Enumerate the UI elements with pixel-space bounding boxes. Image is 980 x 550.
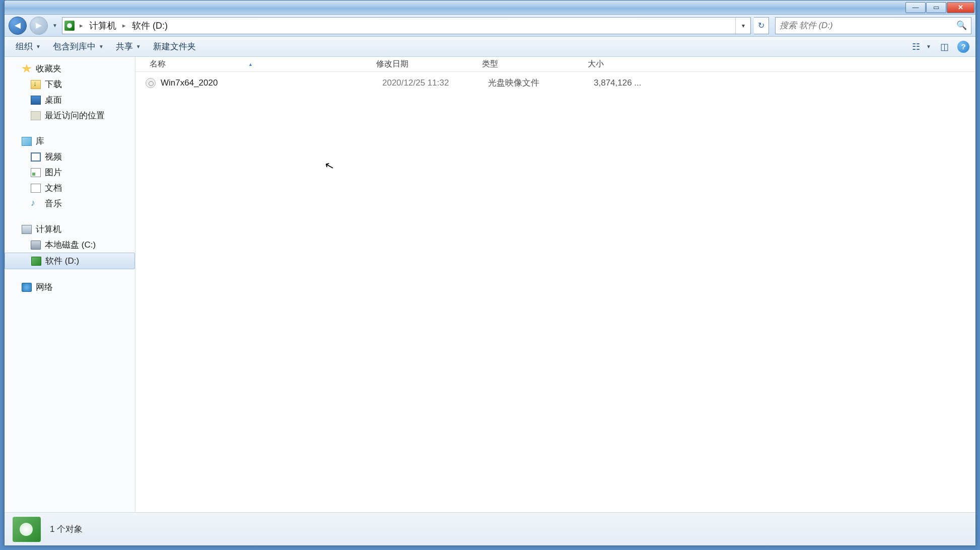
- navigation-sidebar: 收藏夹 下载 桌面 最近访问的位置 库 视频 图片 文档 ♪音乐 计算机 本地磁…: [5, 57, 135, 512]
- minimize-button[interactable]: —: [905, 2, 926, 13]
- sidebar-label: 收藏夹: [36, 63, 61, 74]
- sidebar-downloads[interactable]: 下载: [5, 76, 135, 92]
- disk-icon: [31, 241, 41, 250]
- sidebar-favorites[interactable]: 收藏夹: [5, 61, 135, 76]
- sidebar-network[interactable]: 网络: [5, 279, 135, 295]
- crumb-separator-icon[interactable]: ▸: [77, 22, 86, 29]
- column-header-date[interactable]: 修改日期: [372, 57, 478, 71]
- breadcrumb-drive[interactable]: 软件 (D:): [129, 18, 171, 34]
- chevron-down-icon: ▼: [36, 44, 41, 49]
- sidebar-pictures[interactable]: 图片: [5, 165, 135, 180]
- sidebar-label: 文档: [45, 182, 62, 194]
- sidebar-documents[interactable]: 文档: [5, 180, 135, 196]
- search-icon[interactable]: 🔍: [956, 20, 967, 31]
- star-icon: [22, 64, 32, 73]
- history-dropdown[interactable]: ▼: [51, 19, 59, 33]
- sidebar-computer[interactable]: 计算机: [5, 221, 135, 237]
- sidebar-music[interactable]: ♪音乐: [5, 196, 135, 211]
- navigation-bar: ◄ ► ▼ ▸ 计算机 ▸ 软件 (D:) ▾ ↻ 🔍: [5, 15, 975, 37]
- share-button[interactable]: 共享▼: [111, 38, 146, 55]
- content-pane: 名称▲ 修改日期 类型 大小 Win7x64_2020 2020/12/25 1…: [135, 57, 975, 512]
- preview-pane-button[interactable]: ◫: [936, 40, 952, 54]
- forward-button[interactable]: ►: [30, 17, 48, 35]
- sidebar-label: 图片: [45, 167, 62, 178]
- sidebar-desktop[interactable]: 桌面: [5, 92, 135, 108]
- crumb-separator-icon[interactable]: ▸: [119, 22, 129, 29]
- sidebar-label: 软件 (D:): [45, 255, 79, 267]
- sidebar-label: 计算机: [36, 223, 61, 235]
- sidebar-label: 音乐: [45, 198, 62, 209]
- file-size: 3,874,126 ...: [594, 78, 664, 88]
- sidebar-label: 网络: [36, 281, 53, 293]
- organize-button[interactable]: 组织▼: [11, 38, 46, 55]
- sidebar-libraries[interactable]: 库: [5, 133, 135, 149]
- help-button[interactable]: ?: [957, 41, 969, 53]
- include-in-library-button[interactable]: 包含到库中▼: [48, 38, 109, 55]
- sidebar-label: 库: [36, 135, 44, 147]
- download-icon: [31, 80, 41, 89]
- file-name: Win7x64_2020: [161, 78, 382, 88]
- view-mode-button[interactable]: ☷: [908, 40, 924, 54]
- address-bar[interactable]: ▸ 计算机 ▸ 软件 (D:) ▾: [62, 17, 751, 34]
- new-folder-button[interactable]: 新建文件夹: [148, 38, 201, 55]
- video-icon: [31, 152, 41, 162]
- file-row[interactable]: Win7x64_2020 2020/12/25 11:32 光盘映像文件 3,8…: [135, 74, 975, 92]
- chevron-down-icon: ▼: [136, 44, 141, 49]
- search-box[interactable]: 🔍: [775, 17, 971, 34]
- library-icon: [22, 137, 32, 146]
- recent-icon: [31, 111, 41, 120]
- disk-icon: [31, 257, 41, 266]
- toolbar: 组织▼ 包含到库中▼ 共享▼ 新建文件夹 ☷ ▼ ◫ ?: [5, 37, 975, 57]
- back-button[interactable]: ◄: [9, 17, 27, 35]
- address-dropdown[interactable]: ▾: [735, 18, 750, 34]
- column-headers: 名称▲ 修改日期 类型 大小: [135, 57, 975, 72]
- close-button[interactable]: ✕: [947, 2, 974, 13]
- music-icon: ♪: [31, 199, 41, 208]
- network-icon: [22, 283, 32, 292]
- column-header-name[interactable]: 名称▲: [146, 57, 372, 71]
- iso-file-icon: [146, 78, 156, 88]
- file-date: 2020/12/25 11:32: [382, 78, 488, 88]
- status-bar: 1 个对象: [5, 512, 975, 545]
- sidebar-videos[interactable]: 视频: [5, 149, 135, 165]
- chevron-down-icon: ▼: [99, 44, 104, 49]
- picture-icon: [31, 168, 41, 177]
- sidebar-disk-d[interactable]: 软件 (D:): [5, 253, 135, 269]
- body-area: 收藏夹 下载 桌面 最近访问的位置 库 视频 图片 文档 ♪音乐 计算机 本地磁…: [5, 57, 975, 512]
- file-type: 光盘映像文件: [488, 77, 594, 89]
- sidebar-label: 最近访问的位置: [45, 110, 105, 121]
- search-input[interactable]: [780, 21, 956, 31]
- sidebar-label: 桌面: [45, 94, 62, 106]
- view-dropdown[interactable]: ▼: [926, 44, 934, 49]
- sidebar-disk-c[interactable]: 本地磁盘 (C:): [5, 237, 135, 253]
- desktop-icon: [31, 96, 41, 105]
- computer-icon: [22, 225, 32, 234]
- drive-icon: [64, 21, 75, 31]
- explorer-window: — ▭ ✕ ◄ ► ▼ ▸ 计算机 ▸ 软件 (D:) ▾ ↻ 🔍 组织▼ 包含…: [4, 0, 976, 546]
- sidebar-recent[interactable]: 最近访问的位置: [5, 108, 135, 123]
- title-bar[interactable]: — ▭ ✕: [5, 1, 975, 15]
- breadcrumb-computer[interactable]: 计算机: [86, 18, 119, 34]
- sidebar-label: 视频: [45, 151, 62, 163]
- sidebar-label: 本地磁盘 (C:): [45, 239, 96, 251]
- maximize-button[interactable]: ▭: [926, 2, 946, 13]
- column-header-size[interactable]: 大小: [584, 57, 654, 71]
- document-icon: [31, 184, 41, 193]
- file-list[interactable]: Win7x64_2020 2020/12/25 11:32 光盘映像文件 3,8…: [135, 72, 975, 512]
- column-header-type[interactable]: 类型: [478, 57, 584, 71]
- refresh-button[interactable]: ↻: [754, 17, 769, 34]
- sidebar-label: 下载: [45, 78, 62, 90]
- status-text: 1 个对象: [50, 523, 83, 535]
- drive-large-icon: [13, 517, 41, 542]
- sort-indicator-icon: ▲: [248, 62, 253, 67]
